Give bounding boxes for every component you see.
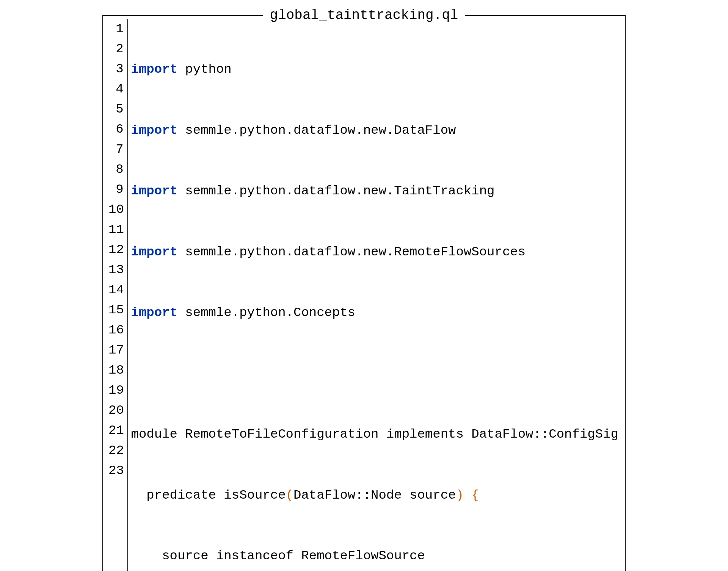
keyword: import <box>131 184 177 198</box>
line-number: 13 <box>108 260 124 280</box>
code-line: import semmle.python.Concepts <box>131 303 618 323</box>
line-number: 7 <box>108 139 124 160</box>
code-text: python <box>177 62 232 77</box>
line-number: 20 <box>108 400 124 421</box>
keyword: import <box>131 245 177 259</box>
line-number: 5 <box>108 99 124 119</box>
line-number: 22 <box>108 441 124 461</box>
code-text: semmle.python.dataflow.new.TaintTracking <box>177 184 495 198</box>
line-number-gutter: 1 2 3 4 5 6 7 8 9 10 11 12 13 14 15 16 1… <box>103 19 128 571</box>
code-line: predicate isSource(DataFlow::Node source… <box>131 485 618 505</box>
code-text: semmle.python.dataflow.new.DataFlow <box>177 123 456 138</box>
code-line: module RemoteToFileConfiguration impleme… <box>131 424 618 444</box>
code-area: import python import semmle.python.dataf… <box>128 19 625 571</box>
line-number: 23 <box>108 461 124 481</box>
line-number: 17 <box>108 340 124 360</box>
code-line: import semmle.python.dataflow.new.TaintT… <box>131 181 618 201</box>
line-number: 9 <box>108 180 124 200</box>
code-line: source instanceof RemoteFlowSource <box>131 546 618 566</box>
line-number: 21 <box>108 421 124 441</box>
code-line: import semmle.python.dataflow.new.DataFl… <box>131 120 618 141</box>
code-line: import python <box>131 59 618 80</box>
code-text <box>464 488 471 502</box>
brace: { <box>471 488 479 502</box>
code-text: semmle.python.dataflow.new.RemoteFlowSou… <box>177 245 526 259</box>
line-number: 10 <box>108 200 124 220</box>
line-number: 4 <box>108 79 124 99</box>
paren: ) <box>456 488 464 502</box>
line-number: 3 <box>108 59 124 79</box>
line-number: 6 <box>108 119 124 139</box>
code-text <box>131 366 139 381</box>
code-text: source instanceof RemoteFlowSource <box>131 549 425 563</box>
keyword: import <box>131 305 177 320</box>
title-bar: global_tainttracking.ql <box>103 8 625 23</box>
paren: ( <box>286 488 293 502</box>
line-number: 15 <box>108 300 124 320</box>
line-number: 14 <box>108 280 124 300</box>
line-number: 11 <box>108 220 124 240</box>
code-text: predicate isSource <box>131 488 286 502</box>
code-text: module RemoteToFileConfiguration impleme… <box>131 427 625 441</box>
line-number: 19 <box>108 380 124 400</box>
line-number: 2 <box>108 39 124 59</box>
line-number: 16 <box>108 320 124 340</box>
code-body: 1 2 3 4 5 6 7 8 9 10 11 12 13 14 15 16 1… <box>103 16 625 571</box>
line-number: 12 <box>108 240 124 260</box>
line-number: 18 <box>108 360 124 380</box>
code-listing: global_tainttracking.ql 1 2 3 4 5 6 7 8 … <box>102 15 626 571</box>
keyword: import <box>131 123 177 138</box>
line-number: 8 <box>108 160 124 180</box>
code-line: import semmle.python.dataflow.new.Remote… <box>131 242 618 262</box>
keyword: import <box>131 62 177 77</box>
code-text: DataFlow::Node source <box>293 488 456 502</box>
code-line <box>131 364 618 384</box>
code-text: semmle.python.Concepts <box>177 305 355 320</box>
filename-title: global_tainttracking.ql <box>263 8 465 23</box>
